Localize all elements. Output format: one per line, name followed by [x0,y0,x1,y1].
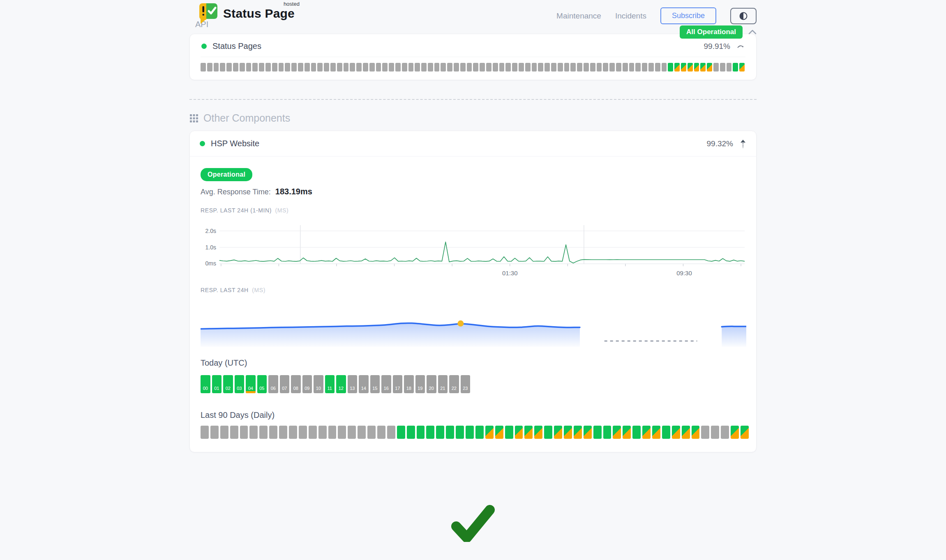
uptime-block[interactable] [672,426,680,439]
uptime-block[interactable] [495,426,503,439]
hour-block-22[interactable]: 22 [449,375,459,393]
refresh-icon[interactable] [737,43,745,50]
uptime-block[interactable] [446,426,454,439]
hour-block-02[interactable]: 02 [223,375,233,393]
uptime-block[interactable] [467,63,472,71]
nav-incidents[interactable]: Incidents [615,12,646,21]
uptime-block[interactable] [466,426,474,439]
uptime-block[interactable] [363,63,368,71]
uptime-block[interactable] [662,426,670,439]
uptime-block[interactable] [285,63,290,71]
uptime-block[interactable] [505,63,511,71]
uptime-block[interactable] [590,63,595,71]
uptime-block[interactable] [369,63,375,71]
hour-block-01[interactable]: 01 [212,375,222,393]
uptime-block[interactable] [668,63,673,71]
uptime-block[interactable] [337,63,342,71]
uptime-block[interactable] [727,63,732,71]
uptime-block[interactable] [707,63,712,71]
uptime-block[interactable] [519,63,524,71]
uptime-block[interactable] [376,63,381,71]
uptime-block[interactable] [240,63,245,71]
uptime-block[interactable] [713,63,719,71]
uptime-block[interactable] [692,426,700,439]
uptime-block[interactable] [252,63,258,71]
uptime-block[interactable] [436,426,444,439]
uptime-block[interactable] [408,63,414,71]
uptime-block[interactable] [407,426,415,439]
uptime-block[interactable] [324,63,329,71]
hour-block-19[interactable]: 19 [415,375,425,393]
nav-maintenance[interactable]: Maintenance [556,12,601,21]
uptime-block[interactable] [220,63,225,71]
hour-block-17[interactable]: 17 [393,375,403,393]
uptime-block[interactable] [249,426,258,439]
uptime-block[interactable] [532,63,537,71]
uptime-block[interactable] [584,63,589,71]
uptime-block[interactable] [655,63,660,71]
uptime-block[interactable] [731,426,739,439]
uptime-block[interactable] [480,63,485,71]
uptime-block[interactable] [652,426,660,439]
uptime-block[interactable] [662,63,667,71]
uptime-block[interactable] [426,426,434,439]
uptime-block[interactable] [318,426,327,439]
hour-block-12[interactable]: 12 [336,375,346,393]
uptime-block[interactable] [564,63,570,71]
uptime-block[interactable] [447,63,452,71]
uptime-block[interactable] [298,63,303,71]
uptime-block[interactable] [387,426,395,439]
uptime-block[interactable] [279,426,287,439]
uptime-block[interactable] [603,426,611,439]
uptime-block[interactable] [485,426,494,439]
uptime-block[interactable] [648,63,654,71]
uptime-block[interactable] [265,63,271,71]
subscribe-button[interactable]: Subscribe [660,7,716,24]
response-area-chart[interactable] [201,299,745,347]
hour-block-18[interactable]: 18 [404,375,414,393]
uptime-block[interactable] [616,63,621,71]
uptime-block[interactable] [525,63,531,71]
uptime-block[interactable] [417,426,425,439]
uptime-block[interactable] [515,426,523,439]
uptime-block[interactable] [682,426,690,439]
uptime-block[interactable] [454,63,459,71]
hour-block-05[interactable]: 05 [257,375,267,393]
arrow-up-dashed-icon[interactable] [740,139,746,148]
uptime-block[interactable] [395,63,401,71]
uptime-block[interactable] [358,426,366,439]
uptime-block[interactable] [397,426,405,439]
uptime-block[interactable] [230,426,238,439]
uptime-block[interactable] [421,63,427,71]
uptime-block[interactable] [551,63,556,71]
brand[interactable]: Status Page hosted [198,2,295,25]
uptime-block[interactable] [499,63,505,71]
uptime-block[interactable] [428,63,433,71]
hour-block-11[interactable]: 11 [325,375,335,393]
uptime-block[interactable] [456,426,464,439]
uptime-block[interactable] [629,63,635,71]
uptime-block[interactable] [210,426,219,439]
uptime-block[interactable] [201,63,206,71]
chevron-up-icon[interactable] [748,30,757,35]
hour-block-16[interactable]: 16 [381,375,391,393]
response-line-chart[interactable]: 2.0s1.0s0ms01:3009:30 [201,218,745,276]
uptime-block[interactable] [344,63,349,71]
uptime-block[interactable] [700,63,706,71]
uptime-block[interactable] [538,63,543,71]
uptime-block[interactable] [570,63,576,71]
uptime-block[interactable] [348,426,356,439]
uptime-block[interactable] [564,426,572,439]
hour-block-21[interactable]: 21 [438,375,448,393]
uptime-block[interactable] [554,426,562,439]
hour-block-20[interactable]: 20 [427,375,436,393]
theme-toggle-button[interactable] [730,8,757,24]
uptime-block[interactable] [584,426,592,439]
uptime-block[interactable] [574,426,582,439]
uptime-block[interactable] [635,63,641,71]
uptime-block[interactable] [415,63,420,71]
uptime-block[interactable] [623,426,631,439]
hour-block-07[interactable]: 07 [280,375,290,393]
hour-block-00[interactable]: 00 [201,375,210,393]
uptime-block[interactable] [613,426,621,439]
